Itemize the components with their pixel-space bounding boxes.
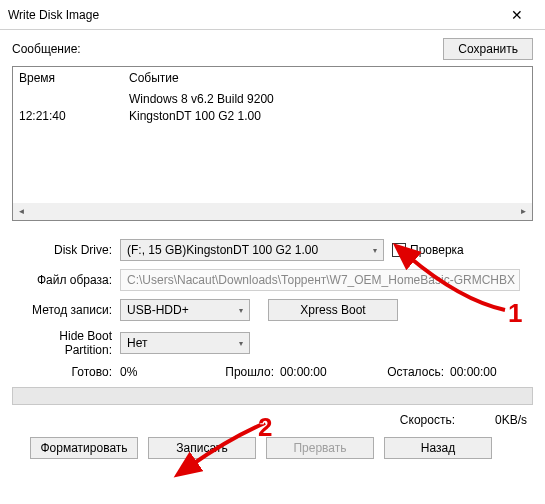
chevron-down-icon: ▾ <box>239 339 243 348</box>
log-panel: Время Событие Windows 8 v6.2 Build 9200 … <box>12 66 533 221</box>
elapsed-label: Прошло: <box>210 365 280 379</box>
back-button[interactable]: Назад <box>384 437 492 459</box>
log-header-time: Время <box>19 71 129 85</box>
image-file-label: Файл образа: <box>12 273 120 287</box>
scroll-right-icon[interactable]: ► <box>515 203 532 220</box>
scroll-left-icon[interactable]: ◄ <box>13 203 30 220</box>
chevron-down-icon: ▾ <box>239 306 243 315</box>
message-label: Сообщение: <box>12 42 443 56</box>
write-method-select[interactable]: USB-HDD+ ▾ <box>120 299 250 321</box>
ready-label: Готово: <box>12 365 120 379</box>
window-title: Write Disk Image <box>8 8 497 22</box>
hide-boot-label: Hide Boot Partition: <box>12 329 120 357</box>
log-row: 12:21:40 KingstonDT 100 G2 1.00 <box>19 108 526 125</box>
image-file-field: C:\Users\Nacaut\Downloads\Торрент\W7_OEM… <box>120 269 520 291</box>
verify-checkbox[interactable] <box>392 243 406 257</box>
close-icon[interactable]: ✕ <box>497 7 537 23</box>
chevron-down-icon: ▾ <box>373 246 377 255</box>
disk-drive-label: Disk Drive: <box>12 243 120 257</box>
titlebar: Write Disk Image ✕ <box>0 0 545 30</box>
progress-bar <box>12 387 533 405</box>
hide-boot-select[interactable]: Нет ▾ <box>120 332 250 354</box>
speed-value: 0KB/s <box>495 413 527 427</box>
percent-value: 0% <box>120 365 210 379</box>
format-button[interactable]: Форматировать <box>30 437 138 459</box>
log-row: Windows 8 v6.2 Build 9200 <box>19 91 526 108</box>
speed-label: Скорость: <box>400 413 455 427</box>
horizontal-scrollbar[interactable]: ◄ ► <box>13 203 532 220</box>
save-button[interactable]: Сохранить <box>443 38 533 60</box>
disk-drive-select[interactable]: (F:, 15 GB)KingstonDT 100 G2 1.00 ▾ <box>120 239 384 261</box>
xpress-boot-button[interactable]: Xpress Boot <box>268 299 398 321</box>
elapsed-value: 00:00:00 <box>280 365 370 379</box>
annotation-badge-1: 1 <box>508 298 522 329</box>
annotation-badge-2: 2 <box>258 412 272 443</box>
write-method-label: Метод записи: <box>12 303 120 317</box>
abort-button: Прервать <box>266 437 374 459</box>
remain-value: 00:00:00 <box>450 365 497 379</box>
remain-label: Осталось: <box>370 365 450 379</box>
write-button[interactable]: Записать <box>148 437 256 459</box>
log-header-event: Событие <box>129 71 179 85</box>
verify-label: Проверка <box>410 243 464 257</box>
